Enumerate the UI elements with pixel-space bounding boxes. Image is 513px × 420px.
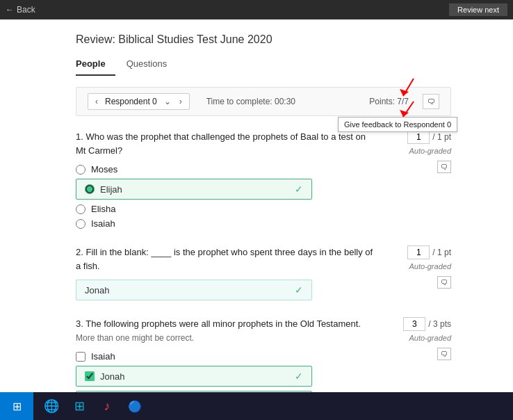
question-1-text: 1. Who was the prophet that challenged t… <box>76 130 377 157</box>
main-content: Review: Biblical Studies Test June 2020 … <box>0 19 513 392</box>
question-3-text: 3. The following prophets were all minor… <box>76 317 377 344</box>
option-moses: Moses <box>76 164 377 175</box>
question-1-meta: / 1 pt Auto-graded 🗨 <box>389 130 451 173</box>
checkbox-jonah-3[interactable] <box>85 371 95 381</box>
auto-graded-2: Auto-graded <box>409 262 451 270</box>
respondent-nav: ‹ Respondent 0 ⌄ › <box>88 93 190 110</box>
option-isaiah: Isaiah <box>76 218 377 229</box>
question-3-options: Isaiah Jonah ✓ <box>76 351 377 392</box>
question-3-subtext: More than one might be correct. <box>76 333 194 343</box>
tabs-container: People Questions <box>76 54 451 76</box>
back-arrow-icon: ← <box>6 5 14 15</box>
chrome-taskbar-icon[interactable]: 🔵 <box>122 394 147 419</box>
answer-jonah-3-box: Jonah ✓ <box>76 366 312 387</box>
top-bar: ← Back Review next <box>0 0 513 19</box>
edge-taskbar-icon[interactable]: 🌐 <box>39 394 64 419</box>
auto-graded-1: Auto-graded <box>409 147 451 155</box>
auto-graded-3: Auto-graded <box>409 334 451 342</box>
score-row-1: / 1 pt <box>407 130 451 144</box>
question-1-options: Moses Elijah ✓ <box>76 164 377 229</box>
question-2: 2. Fill in the blank: ____ is the prophe… <box>76 245 451 300</box>
feedback-tooltip: Give feedback to Respondent 0 <box>338 117 457 132</box>
check-elijah-icon: ✓ <box>295 184 303 195</box>
radio-elisha[interactable] <box>76 204 86 214</box>
radio-elijah[interactable] <box>85 184 95 194</box>
comment-icon-symbol-2: 🗨 <box>441 279 448 286</box>
score-input-2[interactable] <box>407 245 430 259</box>
questions-list: 1. Who was the prophet that challenged t… <box>76 130 451 392</box>
radio-moses[interactable] <box>76 165 86 175</box>
comment-icon-symbol: 🗨 <box>441 163 448 171</box>
back-label: Back <box>17 5 35 15</box>
option-jonah-3-label: Jonah <box>100 371 124 382</box>
comment-icon-2[interactable]: 🗨 <box>437 276 451 289</box>
option-elisha: Elisha <box>76 204 377 214</box>
respondent-bar: ‹ Respondent 0 ⌄ › Time to complete: 00:… <box>76 87 451 116</box>
page-title: Review: Biblical Studies Test June 2020 <box>76 33 451 46</box>
points-label: Points: 7/7 <box>369 97 409 106</box>
comment-icon-3[interactable]: 🗨 <box>437 348 451 360</box>
question-2-meta: / 1 pt Auto-graded 🗨 <box>389 245 451 289</box>
answer-elijah-box: Elijah ✓ <box>76 179 312 200</box>
tab-people[interactable]: People <box>76 54 115 76</box>
check-jonah-3-icon: ✓ <box>295 371 303 382</box>
option-jonah-3: Jonah ✓ <box>76 366 377 387</box>
question-2-content: 2. Fill in the blank: ____ is the prophe… <box>76 245 377 300</box>
option-isaiah-3: Isaiah <box>76 351 377 362</box>
comment-bubble-icon: 🗨 <box>427 97 435 106</box>
tab-questions[interactable]: Questions <box>127 54 177 76</box>
review-next-button[interactable]: Review next <box>449 3 507 16</box>
windows-logo-icon: ⊞ <box>13 400 22 413</box>
question-3-meta: / 3 pts Auto-graded 🗨 <box>389 317 451 360</box>
question-3-content: 3. The following prophets were all minor… <box>76 317 377 392</box>
svg-marker-1 <box>400 89 409 96</box>
windows-taskbar-icon[interactable]: ⊞ <box>67 394 92 419</box>
score-row-2: / 1 pt <box>407 245 451 259</box>
option-elisha-label: Elisha <box>91 204 115 214</box>
next-respondent-button[interactable]: › <box>178 97 184 106</box>
score-row-3: / 3 pts <box>403 317 451 331</box>
question-2-text: 2. Fill in the blank: ____ is the prophe… <box>76 245 377 273</box>
taskbar: ⊞ 🌐 ⊞ ♪ 🔵 <box>0 392 513 420</box>
checkbox-isaiah-3[interactable] <box>76 352 86 362</box>
start-button[interactable]: ⊞ <box>0 392 33 420</box>
comment-icon-symbol-3: 🗨 <box>441 350 448 358</box>
respondent-label: Respondent 0 <box>105 97 157 106</box>
taskbar-icons: 🌐 ⊞ ♪ 🔵 <box>33 394 153 419</box>
score-input-3[interactable] <box>403 317 425 331</box>
option-elijah: Elijah ✓ <box>76 179 377 200</box>
check-jonah-icon: ✓ <box>295 284 303 296</box>
option-isaiah-label: Isaiah <box>91 218 115 229</box>
svg-line-0 <box>403 79 414 96</box>
option-moses-label: Moses <box>91 164 117 175</box>
score-max-1: / 1 pt <box>432 132 451 142</box>
itunes-taskbar-icon[interactable]: ♪ <box>95 394 120 419</box>
option-elijah-label: Elijah <box>100 184 122 195</box>
score-max-2: / 1 pt <box>432 248 451 257</box>
question-1: 1. Who was the prophet that challenged t… <box>76 130 451 229</box>
question-3: 3. The following prophets were all minor… <box>76 317 451 392</box>
score-input-1[interactable] <box>407 130 430 144</box>
back-button[interactable]: ← Back <box>6 5 35 15</box>
answer-jonah-box: Jonah ✓ <box>76 280 312 300</box>
comment-icon-1[interactable]: 🗨 <box>437 161 451 173</box>
svg-marker-3 <box>400 110 409 117</box>
dropdown-icon[interactable]: ⌄ <box>163 97 172 106</box>
feedback-icon-button[interactable]: 🗨 <box>423 94 439 109</box>
time-label: Time to complete: 00:30 <box>206 97 295 106</box>
question-1-content: 1. Who was the prophet that challenged t… <box>76 130 377 229</box>
answer-jonah-label: Jonah <box>85 285 109 296</box>
prev-respondent-button[interactable]: ‹ <box>94 97 99 106</box>
radio-isaiah[interactable] <box>76 219 86 229</box>
score-max-3: / 3 pts <box>428 319 451 329</box>
option-isaiah-3-label: Isaiah <box>91 351 115 362</box>
